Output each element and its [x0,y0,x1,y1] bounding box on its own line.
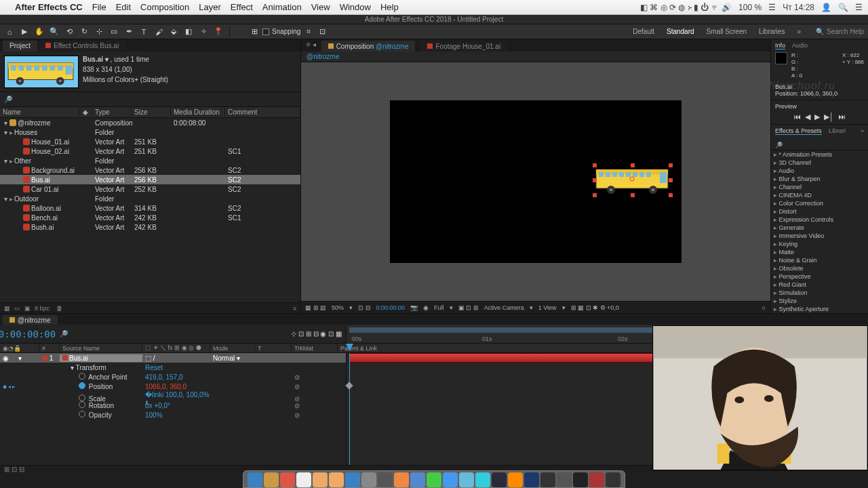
text-tool-icon[interactable]: T [138,26,149,37]
tl-col-trkmat[interactable]: TrkMat [292,344,338,352]
dock-app-icon[interactable] [427,472,441,487]
menu-animation[interactable]: Animation [262,2,302,12]
effects-category[interactable]: Blur & Sharpen [771,175,868,183]
stopwatch-icon[interactable] [79,411,85,418]
snapshot-icon[interactable]: 📷 [410,304,418,311]
view-dropdown[interactable]: 1 View [538,304,557,311]
dock-app-icon[interactable] [492,472,507,487]
rotate-tool-icon[interactable]: ↻ [79,26,90,37]
tab-effects[interactable]: Effects & Presets [775,127,822,135]
project-row[interactable]: ▾@nitrozmeComposition0:00:08:00 [0,118,300,127]
roi-icon[interactable]: ▣ ⊡ ⊞ [458,304,479,311]
spotlight-icon[interactable]: 🔍 [838,3,848,12]
snap-toggle-icon[interactable]: ⊞ [249,26,260,37]
tab-preview[interactable]: Preview [775,103,797,110]
menu-layer[interactable]: Layer [199,2,221,12]
camera-dropdown[interactable]: Active Camera [484,304,524,311]
dock-app-icon[interactable] [394,472,409,487]
pin-tool-icon[interactable]: 📍 [213,26,224,37]
project-row[interactable]: ▾▸OutdoorFolder [0,194,300,203]
clone-tool-icon[interactable]: ⬙ [168,26,179,37]
dock-app-icon[interactable] [589,472,604,487]
comp-time[interactable]: 0:00:00:00 [376,304,406,311]
channel-icon[interactable]: ◉ [423,304,429,311]
effects-category[interactable]: Audio [771,167,868,175]
property-row[interactable]: Anchor Point419,0, 157,0⊘ [0,372,346,382]
project-row[interactable]: Bench.aiVector Art242 KBSC1 [0,213,300,222]
prev-frame-icon[interactable]: ◀ [805,113,810,121]
layer-bus[interactable] [595,165,671,195]
effects-category[interactable]: Red Giant [771,281,868,289]
playhead[interactable] [349,353,350,465]
snap-depth-icon[interactable]: ⊡ [317,26,328,37]
dock-app-icon[interactable] [329,472,344,487]
next-frame-icon[interactable]: ▶│ [824,113,834,121]
transform-group-row[interactable]: ▾ Transform Reset [0,363,346,372]
dock-app-icon[interactable] [524,472,539,487]
dock-app-icon[interactable] [443,472,458,487]
comp-breadcrumb[interactable]: @nitrozme [301,52,770,62]
menubar-status-icons[interactable]: ◧ ⌘ ◎ ⟳ ◍ ᚛ ▮ ⏻ ᯤ 🔊 [640,3,732,12]
search-help-input[interactable]: Search Help [827,28,864,35]
dock-app-icon[interactable] [459,472,474,487]
menu-help[interactable]: Help [380,2,399,12]
effects-category[interactable]: Expression Controls [771,216,868,224]
stopwatch-icon[interactable] [79,401,85,408]
project-row[interactable]: Background.aiVector Art256 KBSC2 [0,165,300,175]
trash-icon[interactable]: 🗑 [56,305,62,312]
col-name[interactable]: Name [0,108,80,116]
panel-menu-icon[interactable]: ≡ [293,305,296,312]
dock-app-icon[interactable] [296,472,311,487]
timeline-search-icon[interactable]: 🔎 [60,330,68,338]
last-frame-icon[interactable]: ⏭ [838,113,846,121]
exposure-icon[interactable]: ☼ [761,304,766,311]
new-comp-icon[interactable]: ▣ [24,305,31,312]
dock-app-icon[interactable] [508,472,523,487]
project-search-icon[interactable]: 🔎 [4,96,12,103]
effects-search-icon[interactable]: 🔎 [775,142,783,148]
folder-icon[interactable]: ▭ [14,305,20,312]
dock-app-icon[interactable] [345,472,360,487]
tab-libraries[interactable]: Librari [829,127,846,135]
workspace-standard[interactable]: Standard [667,28,694,35]
effects-category[interactable]: Simulation [771,289,868,297]
project-row[interactable]: Bus.aiVector Art256 KBSC2 [0,175,300,184]
effects-category[interactable]: CINEMA 4D [771,191,868,199]
project-row[interactable]: House_01.aiVector Art251 KB [0,137,300,146]
dock-app-icon[interactable] [573,472,588,487]
tl-col-source[interactable]: Source Name [60,344,142,352]
dock-app-icon[interactable] [248,472,262,487]
property-row[interactable]: Scale�linki 100,0, 100,0% ↕⊘ [0,391,346,401]
resolution-dropdown[interactable]: Full [434,304,444,311]
col-label[interactable]: ◆ [80,108,92,116]
property-row[interactable]: Opacity100%⊘ [0,410,346,420]
menu-window[interactable]: Window [340,2,371,12]
anchor-tool-icon[interactable]: ⊹ [94,26,104,37]
roto-tool-icon[interactable]: ✧ [198,26,209,37]
dock-app-icon[interactable] [410,472,425,487]
menu-composition[interactable]: Composition [140,2,189,12]
effects-category[interactable]: Perspective [771,272,868,281]
menubar-input-icon[interactable]: ☰ [768,3,776,12]
pen-tool-icon[interactable]: ✒ [123,26,134,37]
zoom-dropdown[interactable]: 50% [332,304,344,311]
effects-category[interactable]: Distort [771,207,868,216]
tab-effect-controls[interactable]: Effect Controls Bus.ai [39,41,125,52]
dock-app-icon[interactable] [313,472,328,487]
notification-icon[interactable]: ☰ [855,3,863,12]
project-row[interactable]: ▾▸HousesFolder [0,127,300,137]
comp-tab-footage[interactable]: Footage House_01.ai [420,41,507,52]
selection-tool-icon[interactable]: ▶ [19,26,30,37]
project-row[interactable]: ▾▸OtherFolder [0,156,300,165]
workspace-default[interactable]: Default [633,28,654,35]
play-icon[interactable]: ▶ [814,113,820,121]
tl-col-num[interactable]: # [39,344,60,352]
project-row[interactable]: House_02.aiVector Art251 KBSC1 [0,146,300,156]
effects-category[interactable]: Generate [771,224,868,232]
rect-tool-icon[interactable]: ▭ [108,26,119,37]
dock-app-icon[interactable] [557,472,572,487]
dock-app-icon[interactable] [264,472,279,487]
dock-app-icon[interactable] [606,472,620,487]
brush-tool-icon[interactable]: 🖌 [153,26,164,37]
effects-category[interactable]: Synthetic Aperture [771,305,868,313]
